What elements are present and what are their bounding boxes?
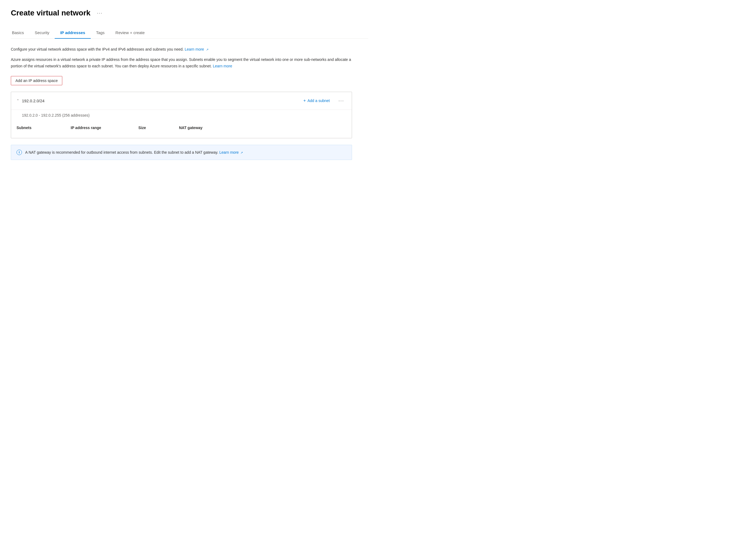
info-banner-text: A NAT gateway is recommended for outboun… — [25, 150, 243, 155]
address-space-left: ⌃ 192.0.2.0/24 — [16, 98, 44, 103]
description-line-1: Configure your virtual network address s… — [11, 46, 352, 52]
external-link-icon-1: ↗ — [206, 47, 208, 52]
address-space-card: ⌃ 192.0.2.0/24 + Add a subnet ··· 192.0.… — [11, 92, 352, 138]
add-subnet-button[interactable]: + Add a subnet — [301, 97, 332, 104]
tab-review-create[interactable]: Review + create — [110, 27, 150, 39]
address-space-more-options-button[interactable]: ··· — [336, 97, 346, 105]
col-header-ip-range: IP address range — [71, 126, 138, 130]
plus-icon: + — [303, 98, 306, 103]
description-block: Configure your virtual network address s… — [11, 46, 352, 70]
col-header-nat-gateway: NAT gateway — [179, 126, 247, 130]
tab-ip-addresses[interactable]: IP addresses — [55, 27, 90, 39]
address-range-text: 192.0.2.0 - 192.0.2.255 (256 addresses) — [11, 110, 352, 123]
info-banner: i A NAT gateway is recommended for outbo… — [11, 145, 352, 160]
page-header: Create virtual network ··· — [11, 9, 368, 17]
address-space-actions: + Add a subnet ··· — [301, 97, 346, 105]
subnets-column-headers: Subnets IP address range Size NAT gatewa… — [16, 123, 346, 133]
add-ip-address-space-button[interactable]: Add an IP address space — [11, 76, 62, 85]
tab-basics[interactable]: Basics — [11, 27, 29, 39]
learn-more-link-1[interactable]: Learn more ↗ — [185, 47, 208, 51]
main-content: Configure your virtual network address s… — [11, 46, 352, 160]
subnets-table: Subnets IP address range Size NAT gatewa… — [11, 123, 352, 138]
address-space-cidr: 192.0.2.0/24 — [22, 98, 44, 103]
learn-more-link-2[interactable]: Learn more — [213, 64, 232, 68]
tabs-nav: Basics Security IP addresses Tags Review… — [11, 27, 368, 39]
description-line-2: Azure assigns resources in a virtual net… — [11, 56, 352, 70]
chevron-up-icon[interactable]: ⌃ — [16, 99, 19, 102]
page-title: Create virtual network — [11, 9, 90, 17]
col-header-subnets: Subnets — [16, 126, 71, 130]
learn-more-link-3[interactable]: Learn more ↗ — [219, 150, 243, 155]
col-header-size: Size — [138, 126, 179, 130]
info-icon: i — [16, 150, 22, 155]
tab-security[interactable]: Security — [29, 27, 55, 39]
external-link-icon-3: ↗ — [240, 151, 243, 155]
header-more-options-button[interactable]: ··· — [95, 9, 105, 17]
address-space-header: ⌃ 192.0.2.0/24 + Add a subnet ··· — [11, 92, 352, 110]
tab-tags[interactable]: Tags — [91, 27, 110, 39]
